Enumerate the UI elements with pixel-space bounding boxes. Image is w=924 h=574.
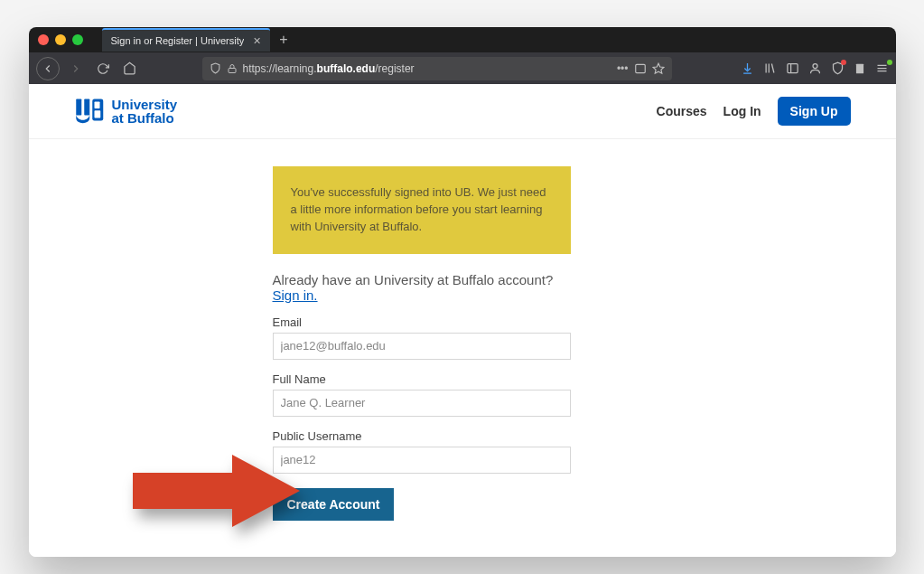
ub-logo-icon (74, 95, 107, 127)
account-icon[interactable] (808, 61, 822, 75)
fullname-label: Full Name (273, 372, 571, 386)
close-tab-icon[interactable]: ✕ (253, 35, 261, 47)
sign-in-link[interactable]: Sign in. (273, 287, 318, 303)
fullname-field[interactable] (273, 390, 571, 417)
home-button[interactable] (119, 58, 141, 80)
new-tab-button[interactable]: + (270, 32, 296, 48)
tab-title: Sign in or Register | University (111, 35, 245, 46)
library-icon[interactable] (763, 61, 777, 75)
success-banner: You've successfully signed into UB. We j… (273, 166, 571, 254)
forward-button (65, 58, 87, 80)
reader-mode-icon[interactable] (634, 62, 647, 75)
address-bar[interactable]: https://learning.buffalo.edu/register ••… (202, 57, 672, 80)
svg-marker-2 (653, 63, 664, 73)
close-window-button[interactable] (38, 34, 49, 45)
svg-rect-0 (229, 68, 236, 72)
lock-icon (227, 63, 238, 74)
ellipsis-icon[interactable]: ••• (617, 62, 629, 75)
nav-login[interactable]: Log In (723, 104, 761, 118)
sidebar-icon[interactable] (786, 61, 799, 75)
svg-rect-15 (84, 99, 89, 116)
reload-button[interactable] (92, 58, 114, 80)
url-text: https://learning.buffalo.edu/register (243, 62, 415, 75)
site-logo[interactable]: University at Buffalo (74, 95, 178, 127)
username-field[interactable] (273, 447, 571, 474)
maximize-window-button[interactable] (72, 34, 83, 45)
username-label: Public Username (273, 429, 571, 443)
nav-courses[interactable]: Courses (657, 104, 707, 118)
svg-rect-1 (635, 64, 645, 72)
menu-icon[interactable] (875, 61, 889, 75)
svg-rect-17 (94, 102, 99, 109)
notes-icon[interactable] (854, 62, 866, 75)
minimize-window-button[interactable] (55, 34, 66, 45)
protection-icon[interactable] (831, 61, 845, 75)
svg-marker-19 (133, 455, 300, 527)
email-label: Email (273, 315, 571, 329)
bookmark-star-icon[interactable] (652, 62, 665, 75)
svg-rect-10 (855, 63, 863, 73)
svg-rect-7 (787, 64, 797, 73)
svg-rect-14 (76, 99, 81, 116)
browser-tab[interactable]: Sign in or Register | University ✕ (102, 28, 271, 52)
signup-button[interactable]: Sign Up (778, 97, 851, 126)
shield-icon (210, 62, 221, 74)
email-field[interactable] (273, 333, 571, 360)
already-have-account-text: Already have an University at Buffalo ac… (273, 272, 571, 303)
svg-line-6 (771, 64, 774, 73)
logo-line1: University (112, 98, 178, 111)
svg-point-9 (813, 64, 817, 69)
svg-rect-18 (94, 110, 100, 118)
back-button[interactable] (36, 57, 60, 80)
annotation-arrow (124, 450, 304, 535)
logo-line2: at Buffalo (112, 111, 178, 125)
download-icon[interactable] (741, 61, 754, 75)
